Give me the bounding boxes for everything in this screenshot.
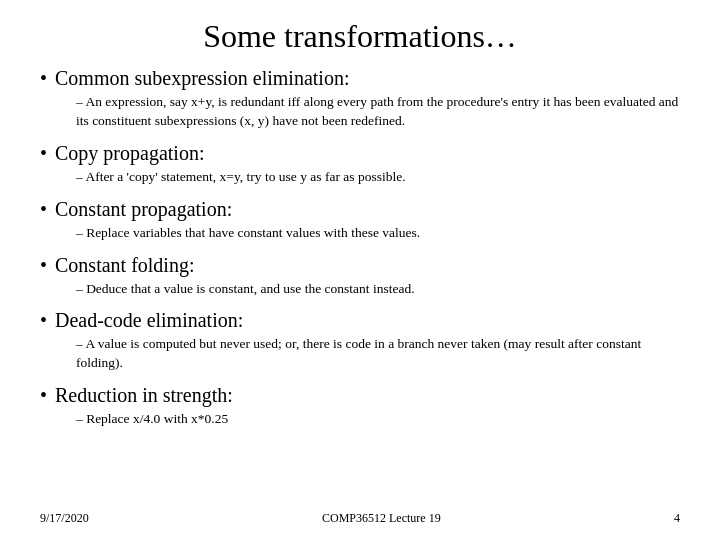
bullet-section-dead-code: • Dead-code elimination: – A value is co… bbox=[40, 307, 680, 376]
bullet-dot: • bbox=[40, 196, 47, 222]
sub-bullet-reduction: – Replace x/4.0 with x*0.25 bbox=[76, 410, 680, 429]
bullet-text-dead-code: Dead-code elimination: bbox=[55, 307, 243, 333]
sub-bullet-dead-code: – A value is computed but never used; or… bbox=[76, 335, 680, 373]
bullet-dot: • bbox=[40, 252, 47, 278]
bullet-dot: • bbox=[40, 140, 47, 166]
bullet-main-dead-code: • Dead-code elimination: bbox=[40, 307, 680, 333]
sub-bullet-common-subexpr: – An expression, say x+y, is redundant i… bbox=[76, 93, 680, 131]
bullet-text-constant-prop: Constant propagation: bbox=[55, 196, 232, 222]
footer-title: COMP36512 Lecture 19 bbox=[89, 511, 674, 526]
slide: Some transformations… • Common subexpres… bbox=[0, 0, 720, 540]
bullet-text-constant-fold: Constant folding: bbox=[55, 252, 194, 278]
sub-bullet-constant-prop: – Replace variables that have constant v… bbox=[76, 224, 680, 243]
bullet-main-constant-prop: • Constant propagation: bbox=[40, 196, 680, 222]
sub-bullet-copy-prop: – After a 'copy' statement, x=y, try to … bbox=[76, 168, 680, 187]
bullet-section-reduction: • Reduction in strength: – Replace x/4.0… bbox=[40, 382, 680, 432]
bullet-text-reduction: Reduction in strength: bbox=[55, 382, 233, 408]
bullet-main-common-subexpr: • Common subexpression elimination: bbox=[40, 65, 680, 91]
bullet-section-common-subexpr: • Common subexpression elimination: – An… bbox=[40, 65, 680, 134]
bullet-text-copy-prop: Copy propagation: bbox=[55, 140, 204, 166]
bullet-text-common-subexpr: Common subexpression elimination: bbox=[55, 65, 349, 91]
bullet-main-copy-prop: • Copy propagation: bbox=[40, 140, 680, 166]
footer-page: 4 bbox=[674, 511, 680, 526]
sub-bullet-constant-fold: – Deduce that a value is constant, and u… bbox=[76, 280, 680, 299]
bullet-dot: • bbox=[40, 382, 47, 408]
bullet-section-constant-fold: • Constant folding: – Deduce that a valu… bbox=[40, 252, 680, 302]
slide-footer: 9/17/2020 COMP36512 Lecture 19 4 bbox=[40, 507, 680, 526]
bullet-main-reduction: • Reduction in strength: bbox=[40, 382, 680, 408]
bullet-main-constant-fold: • Constant folding: bbox=[40, 252, 680, 278]
footer-date: 9/17/2020 bbox=[40, 511, 89, 526]
bullet-section-constant-prop: • Constant propagation: – Replace variab… bbox=[40, 196, 680, 246]
bullet-section-copy-prop: • Copy propagation: – After a 'copy' sta… bbox=[40, 140, 680, 190]
bullet-dot: • bbox=[40, 65, 47, 91]
bullet-dot: • bbox=[40, 307, 47, 333]
slide-title: Some transformations… bbox=[40, 18, 680, 55]
